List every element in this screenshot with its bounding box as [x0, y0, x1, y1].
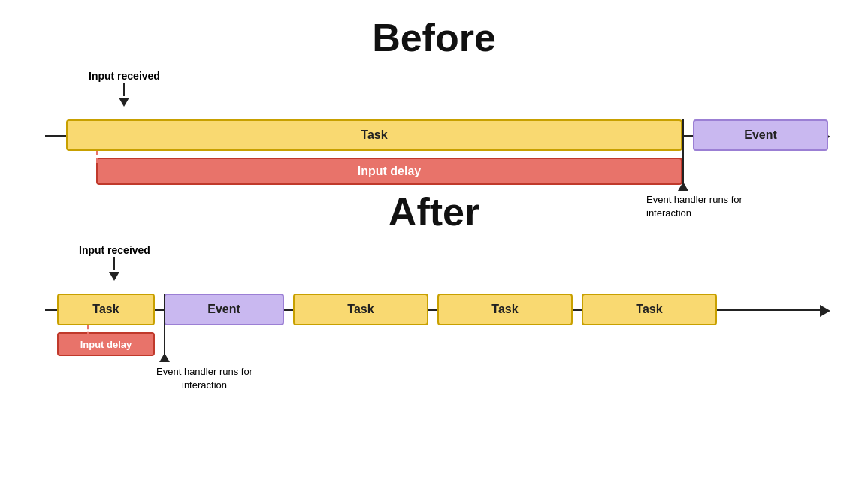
before-task-block: Task — [66, 119, 682, 151]
after-title: After — [389, 189, 479, 234]
before-section: Before Input received Task Event — [30, 15, 838, 167]
after-vertical-divider — [164, 294, 165, 356]
before-title: Before — [372, 15, 496, 60]
before-input-delay-block: Input delay — [96, 158, 682, 185]
after-task-block-1: Task — [57, 294, 155, 325]
after-input-received-label: Input received — [79, 243, 150, 281]
after-up-arrow — [159, 353, 170, 362]
before-up-arrow — [678, 182, 688, 191]
before-event-block: Event — [693, 119, 828, 151]
diagram-container: Before Input received Task Event — [0, 0, 868, 486]
before-vertical-divider — [682, 119, 684, 185]
after-input-delay-block: Input delay — [57, 332, 155, 356]
after-task-block-3: Task — [437, 294, 573, 325]
after-dashed-line — [87, 325, 89, 336]
after-task-block-4: Task — [582, 294, 717, 325]
after-task-block-2: Task — [293, 294, 428, 325]
after-event-block: Event — [164, 294, 284, 325]
before-dashed-line — [96, 151, 98, 163]
after-arrow-right — [820, 305, 830, 317]
before-event-handler-label: Event handler runs for interaction — [646, 193, 782, 220]
before-input-received-label: Input received — [89, 69, 160, 107]
after-event-handler-label: Event handler runs for interaction — [137, 365, 272, 392]
